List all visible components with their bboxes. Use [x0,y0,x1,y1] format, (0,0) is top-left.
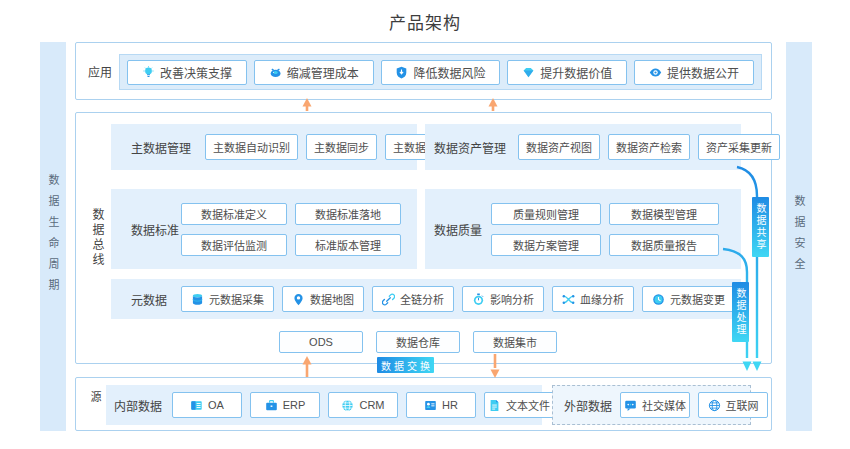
data-plan-button[interactable]: 数据方案管理 [491,234,601,256]
chip-label: 社交媒体 [642,397,686,413]
chip-label: 数据资产检索 [616,139,682,155]
chip-label: 数据标准定义 [201,206,267,222]
master-data-buttons: 主数据自动识别主数据同步主数据检索 [205,134,456,160]
data-mart-button[interactable]: 数据集市 [473,331,557,353]
chip-label: OA [208,399,224,411]
external-data-panel: 外部数据 社交媒体互联网 [552,385,751,425]
standard-definition-button[interactable]: 数据标准定义 [181,203,287,225]
chip-label: 影响分析 [490,291,534,307]
chip-label: 数据资产视图 [526,139,592,155]
data-map-button[interactable]: 数据地图 [282,286,364,312]
master-data-auto-identify-button[interactable]: 主数据自动识别 [205,134,298,160]
standard-landing-button[interactable]: 数据标准落地 [295,203,401,225]
internet-button[interactable]: 互联网 [698,392,768,418]
storage-row: ODS数据仓库数据集市 [279,331,557,353]
quality-rule-button[interactable]: 质量规则管理 [491,203,601,225]
chip-label: CRM [359,399,384,411]
provide-open-data-button[interactable]: 提供数据公开 [634,60,754,85]
chip-label: 元数据变更 [670,291,725,307]
data-quality-label: 数据质量 [425,221,491,238]
data-quality-panel: 数据质量 质量规则管理数据模型管理数据方案管理数据质量报告 [425,189,741,269]
chip-label: 全链分析 [400,291,444,307]
data-standard-panel: 数据标准 数据标准定义数据标准落地数据评估监测标准版本管理 [111,189,417,269]
data-bus-section: 数据总线 主数据管理 主数据自动识别主数据同步主数据检索 数据资产管理 数据资产… [75,112,772,364]
stopwatch-icon [472,293,485,306]
chip-label: 互联网 [726,397,759,413]
reduce-management-cost-button[interactable]: 缩减管理成本 [254,60,374,85]
data-exchange-badge: 数据交换 [377,357,434,373]
chip-label: 资产采集更新 [706,139,772,155]
data-model-button[interactable]: 数据模型管理 [609,203,719,225]
master-data-label: 主数据管理 [111,139,205,156]
hr-icon [424,399,437,412]
metadata-buttons: 元数据采集数据地图全链分析影响分析血缘分析元数据变更 [181,286,735,312]
eye-icon [649,66,662,79]
application-section-label: 应用 [88,43,112,99]
chip-label: 数据评估监测 [201,237,267,253]
hr-button[interactable]: HR [406,392,476,418]
standard-version-button[interactable]: 标准版本管理 [295,234,401,256]
chip-label: 主数据自动识别 [213,139,290,155]
external-data-label: 外部数据 [553,397,620,414]
social-media-icon [624,399,637,412]
data-security-label: 数据安全 [791,195,807,279]
increase-data-value-button[interactable]: 提升数据价值 [507,60,627,85]
data-quality-report-button[interactable]: 数据质量报告 [609,234,719,256]
data-evaluation-monitor-button[interactable]: 数据评估监测 [181,234,287,256]
crm-icon [341,399,354,412]
crm-button[interactable]: CRM [328,392,398,418]
chip-label: 缩减管理成本 [287,64,359,81]
lineage-analysis-button[interactable]: 血缘分析 [552,286,634,312]
improve-decision-support-button[interactable]: 改善决策支撑 [127,60,247,85]
oa-button[interactable]: OA [172,392,242,418]
master-data-panel: 主数据管理 主数据自动识别主数据同步主数据检索 [111,124,417,170]
chip-label: 血缘分析 [580,291,624,307]
asset-collect-update-button[interactable]: 资产采集更新 [698,134,780,160]
file-icon [488,399,501,412]
chip-label: 主数据同步 [314,139,369,155]
data-warehouse-button[interactable]: 数据仓库 [376,331,460,353]
erp-button[interactable]: ERP [250,392,320,418]
internal-data-buttons: OAERPCRMHR文本文件 [172,392,554,418]
chip-label: 元数据采集 [209,291,264,307]
data-asset-view-button[interactable]: 数据资产视图 [518,134,600,160]
lightbulb-icon [142,66,155,79]
data-lifecycle-bar: 数据生命周期 [40,42,66,431]
lineage-icon [562,293,575,306]
social-media-button[interactable]: 社交媒体 [620,392,690,418]
link-icon [382,293,395,306]
erp-icon [265,399,278,412]
chip-label: 提供数据公开 [667,64,739,81]
full-chain-analysis-button[interactable]: 全链分析 [372,286,454,312]
ods-button[interactable]: ODS [279,331,363,353]
reduce-data-risk-button[interactable]: 降低数据风险 [381,60,501,85]
impact-analysis-button[interactable]: 影响分析 [462,286,544,312]
chip-label: ERP [283,399,306,411]
data-share-badge-label: 数据共享 [753,203,768,251]
master-data-sync-button[interactable]: 主数据同步 [306,134,377,160]
database-icon [191,293,204,306]
chip-label: 数据方案管理 [513,237,579,253]
text-file-button[interactable]: 文本文件 [484,392,554,418]
chip-label: 标准版本管理 [315,237,381,253]
chip-label: 数据仓库 [396,334,440,350]
data-process-badge: 数据处理 [732,282,749,342]
data-asset-search-button[interactable]: 数据资产检索 [608,134,690,160]
data-standard-buttons: 数据标准定义数据标准落地数据评估监测标准版本管理 [181,203,401,256]
chip-label: 质量规则管理 [513,206,579,222]
data-asset-buttons: 数据资产视图数据资产检索资产采集更新 [518,134,780,160]
map-marker-icon [292,293,305,306]
data-process-badge-label: 数据处理 [733,288,748,336]
metadata-change-button[interactable]: 元数据变更 [642,286,735,312]
chip-label: HR [442,399,458,411]
data-lifecycle-label: 数据生命周期 [45,174,61,300]
metadata-collect-button[interactable]: 元数据采集 [181,286,274,312]
chip-label: 数据标准落地 [315,206,381,222]
chip-label: 数据质量报告 [631,237,697,253]
oa-icon [190,399,203,412]
data-asset-label: 数据资产管理 [425,139,518,156]
chip-label: 降低数据风险 [413,64,485,81]
internet-icon [708,399,721,412]
chip-label: 改善决策支撑 [160,64,232,81]
diamond-icon [522,66,535,79]
